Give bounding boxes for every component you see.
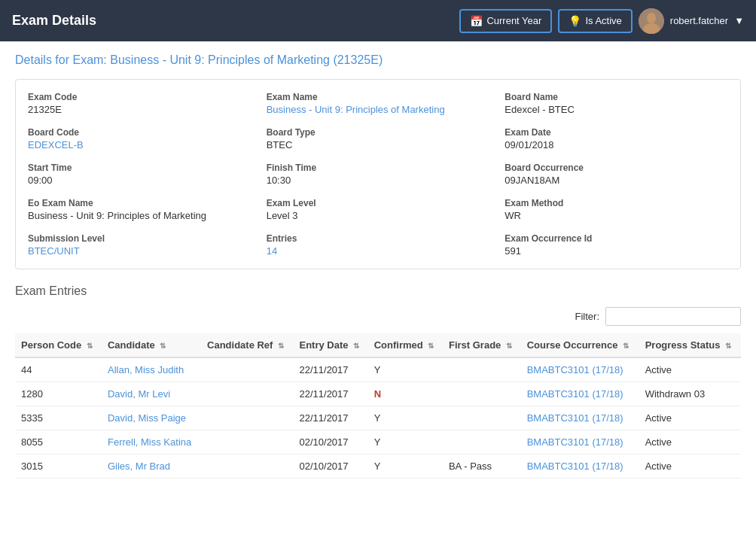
exam-code-value: 21325E	[28, 104, 251, 115]
col-course-occurrence[interactable]: Course Occurrence ⇅	[521, 333, 639, 357]
cell-candidate[interactable]: Giles, Mr Brad	[102, 454, 201, 479]
board-type-field: Board Type BTEC	[267, 127, 490, 150]
submission-level-value[interactable]: BTEC/UNIT	[28, 245, 251, 257]
entries-value[interactable]: 14	[267, 245, 490, 257]
cell-first-grade	[443, 430, 521, 454]
start-time-value: 09:00	[28, 175, 251, 186]
table-row: 8055 Ferrell, Miss Katina 02/10/2017 Y B…	[15, 430, 741, 454]
cell-progress-status: Withdrawn 03	[639, 382, 741, 406]
table-row: 5335 David, Miss Paige 22/11/2017 Y BMAB…	[15, 406, 741, 430]
board-name-label: Board Name	[505, 92, 728, 102]
cell-first-grade	[443, 357, 521, 382]
cell-confirmed: N	[368, 382, 443, 406]
exam-level-label: Exam Level	[267, 198, 490, 208]
exam-details-card: Exam Code 21325E Exam Name Business - Un…	[15, 79, 741, 269]
cell-entry-date: 02/10/2017	[293, 430, 367, 454]
details-grid: Exam Code 21325E Exam Name Business - Un…	[28, 92, 728, 257]
cell-candidate-ref	[201, 454, 293, 479]
cell-person-code: 1280	[15, 382, 102, 406]
current-year-label: Current Year	[486, 15, 541, 26]
exam-method-label: Exam Method	[505, 198, 728, 208]
sort-icon: ⇅	[87, 342, 93, 350]
cell-first-grade	[443, 406, 521, 430]
user-menu[interactable]: robert.fatcher ▼	[639, 8, 744, 34]
cell-person-code: 5335	[15, 406, 102, 430]
cell-entry-date: 02/10/2017	[293, 454, 367, 479]
filter-label: Filter:	[575, 311, 600, 322]
exam-code-field: Exam Code 21325E	[28, 92, 251, 115]
table-header: Person Code ⇅ Candidate ⇅ Candidate Ref …	[15, 333, 741, 357]
col-progress-status[interactable]: Progress Status ⇅	[639, 333, 741, 357]
board-name-field: Board Name Edexcel - BTEC	[505, 92, 728, 115]
col-confirmed[interactable]: Confirmed ⇅	[368, 333, 443, 357]
exam-occurrence-id-label: Exam Occurrence Id	[505, 233, 728, 244]
cell-candidate[interactable]: Allan, Miss Judith	[102, 357, 201, 382]
cell-candidate[interactable]: David, Miss Paige	[102, 406, 201, 430]
col-candidate-label: Candidate	[108, 339, 155, 351]
sort-icon: ⇅	[506, 342, 512, 350]
cell-course-occurrence[interactable]: BMABTC3101 (17/18)	[521, 382, 639, 406]
exam-occurrence-id-value: 591	[505, 245, 728, 257]
cell-entry-date: 22/11/2017	[293, 382, 367, 406]
col-candidate-ref[interactable]: Candidate Ref ⇅	[201, 333, 293, 357]
col-progress-status-label: Progress Status	[645, 339, 721, 351]
finish-time-label: Finish Time	[267, 163, 490, 173]
cell-candidate-ref	[201, 382, 293, 406]
main-content: Details for Exam: Business - Unit 9: Pri…	[0, 41, 756, 538]
finish-time-value: 10:30	[267, 175, 490, 186]
filter-input[interactable]	[605, 307, 741, 326]
cell-confirmed: Y	[368, 454, 443, 479]
chevron-down-icon: ▼	[734, 15, 744, 26]
cell-person-code: 44	[15, 357, 102, 382]
sort-icon: ⇅	[160, 342, 166, 350]
exam-entries-section: Exam Entries Filter: Person Code ⇅ Candi…	[15, 284, 741, 479]
col-entry-date-label: Entry Date	[299, 339, 348, 351]
exam-name-label: Exam Name	[267, 92, 490, 102]
board-code-label: Board Code	[28, 127, 251, 138]
col-person-code[interactable]: Person Code ⇅	[15, 333, 102, 357]
col-first-grade[interactable]: First Grade ⇅	[443, 333, 521, 357]
col-person-code-label: Person Code	[21, 339, 81, 351]
cell-progress-status: Active	[639, 357, 741, 382]
is-active-label: Is Active	[585, 15, 621, 26]
col-confirmed-label: Confirmed	[374, 339, 423, 351]
cell-entry-date: 22/11/2017	[293, 406, 367, 430]
current-year-button[interactable]: 📅 Current Year	[459, 9, 552, 33]
board-occurrence-label: Board Occurrence	[505, 163, 728, 173]
filter-row: Filter:	[15, 307, 741, 326]
cell-entry-date: 22/11/2017	[293, 357, 367, 382]
board-type-value: BTEC	[267, 139, 490, 150]
exam-date-field: Exam Date 09/01/2018	[505, 127, 728, 150]
table-row: 3015 Giles, Mr Brad 02/10/2017 Y BA - Pa…	[15, 454, 741, 479]
board-occurrence-field: Board Occurrence 09JAN18AM	[505, 163, 728, 186]
cell-candidate-ref	[201, 430, 293, 454]
cell-candidate[interactable]: Ferrell, Miss Katina	[102, 430, 201, 454]
cell-first-grade: BA - Pass	[443, 454, 521, 479]
board-type-label: Board Type	[267, 127, 490, 138]
avatar	[639, 8, 664, 34]
exam-method-field: Exam Method WR	[505, 198, 728, 221]
exam-name-value[interactable]: Business - Unit 9: Principles of Marketi…	[267, 104, 490, 115]
col-entry-date[interactable]: Entry Date ⇅	[293, 333, 367, 357]
page-title-link[interactable]: Business - Unit 9: Principles of Marketi…	[110, 53, 383, 66]
app-title: Exam Details	[12, 13, 96, 29]
board-name-value: Edexcel - BTEC	[505, 104, 728, 115]
col-candidate[interactable]: Candidate ⇅	[102, 333, 201, 357]
cell-course-occurrence[interactable]: BMABTC3101 (17/18)	[521, 357, 639, 382]
cell-candidate[interactable]: David, Mr Levi	[102, 382, 201, 406]
entries-field: Entries 14	[267, 233, 490, 257]
col-candidate-ref-label: Candidate Ref	[207, 339, 273, 351]
sort-icon: ⇅	[725, 342, 731, 350]
cell-course-occurrence[interactable]: BMABTC3101 (17/18)	[521, 430, 639, 454]
calendar-icon: 📅	[470, 15, 483, 27]
svg-point-1	[647, 13, 656, 23]
cell-course-occurrence[interactable]: BMABTC3101 (17/18)	[521, 454, 639, 479]
exam-level-field: Exam Level Level 3	[267, 198, 490, 221]
cell-course-occurrence[interactable]: BMABTC3101 (17/18)	[521, 406, 639, 430]
board-code-value[interactable]: EDEXCEL-B	[28, 139, 251, 150]
exam-name-field: Exam Name Business - Unit 9: Principles …	[267, 92, 490, 115]
is-active-button[interactable]: 💡 Is Active	[558, 9, 632, 33]
exam-occurrence-id-field: Exam Occurrence Id 591	[505, 233, 728, 257]
cell-person-code: 8055	[15, 430, 102, 454]
sort-icon: ⇅	[278, 342, 284, 350]
